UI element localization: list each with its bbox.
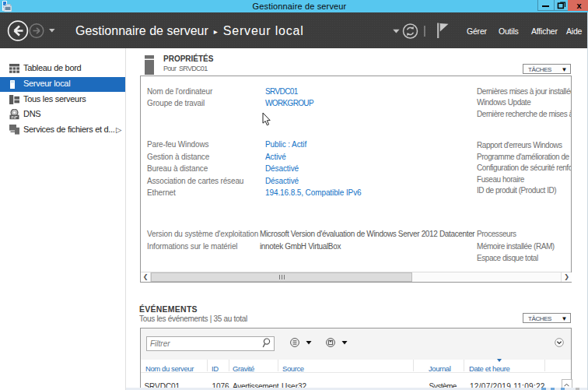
svg-text:x: x (577, 1, 583, 10)
